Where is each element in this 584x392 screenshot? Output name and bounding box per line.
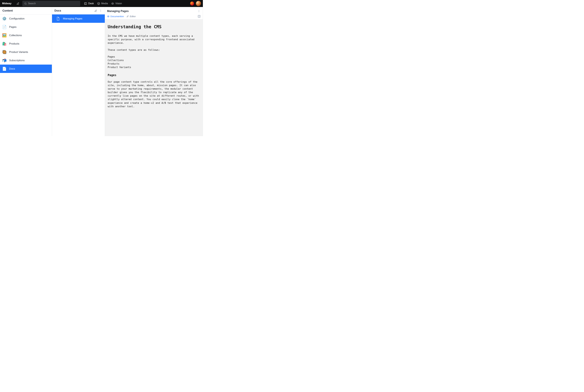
split-pane-icon[interactable] <box>198 15 201 18</box>
svg-point-0 <box>25 2 26 4</box>
content-header: Content <box>0 7 52 14</box>
sidebar-item-label: Pages <box>9 26 17 28</box>
eye-icon <box>107 15 110 18</box>
compose-icon[interactable] <box>15 1 21 6</box>
sidebar-item-configuration[interactable]: ⚙️ Configuration <box>0 14 52 23</box>
nav-desk[interactable]: Desk <box>84 2 94 5</box>
user-avatar[interactable] <box>196 1 201 6</box>
document-body: Understanding the CMS In the CMS we have… <box>105 20 203 136</box>
tab-documentation[interactable]: Documention <box>107 15 124 18</box>
list-item: Pages <box>108 55 200 58</box>
topnav: Desk Media Vision <box>84 2 122 5</box>
search-icon <box>24 2 27 5</box>
brand[interactable]: Midway <box>0 2 14 5</box>
doc-paragraph: These content types are as follows: <box>108 48 200 52</box>
page-icon: 📄 <box>2 25 7 29</box>
detail-title: Managing Pages <box>107 10 197 13</box>
compose-icon[interactable] <box>94 8 98 13</box>
page-icon: 📄 <box>2 67 7 71</box>
svg-point-4 <box>101 10 101 11</box>
sidebar-item-label: Docs <box>9 67 15 70</box>
cube-icon <box>97 2 100 5</box>
eye-icon <box>111 2 114 5</box>
docs-item-managing-pages[interactable]: Managing Pages <box>52 14 105 23</box>
svg-rect-1 <box>85 2 87 4</box>
sidebar-item-product-variants[interactable]: 🥘 Product Variants <box>0 48 52 56</box>
nav-media-label: Media <box>101 2 108 5</box>
nav-desk-label: Desk <box>88 2 94 5</box>
content-column: Content ⚙️ Configuration 📄 Pages 🖼️ Coll… <box>0 7 52 136</box>
detail-column: Managing Pages Documention <box>105 7 203 136</box>
list-item: Collections <box>108 58 200 62</box>
sidebar-item-subscriptions[interactable]: 📬 Subscriptions <box>0 56 52 64</box>
document-icon <box>56 17 60 21</box>
doc-paragraph: Our page content type controls all the c… <box>108 80 200 108</box>
content-title: Content <box>3 9 50 12</box>
presence-avatar[interactable] <box>190 2 194 6</box>
svg-point-7 <box>199 11 199 11</box>
sidebar-item-label: Collections <box>9 34 22 37</box>
svg-point-2 <box>112 3 113 4</box>
detail-header: Managing Pages Documention <box>105 7 203 20</box>
doc-paragraph: In the CMS we have multiple content type… <box>108 34 200 45</box>
sidebar-item-docs[interactable]: 📄 Docs <box>0 64 52 73</box>
sidebar-item-label: Products <box>9 42 19 45</box>
picture-icon: 🖼️ <box>2 33 7 38</box>
svg-point-3 <box>101 10 101 10</box>
nav-vision[interactable]: Vision <box>111 2 122 5</box>
gear-icon: ⚙️ <box>2 16 7 21</box>
kebab-menu-icon[interactable] <box>99 8 102 13</box>
pencil-icon <box>127 15 129 18</box>
tab-documentation-label: Documention <box>110 15 124 18</box>
sidebar-item-label: Subscriptions <box>9 59 25 62</box>
list-item: Product Variants <box>108 66 200 69</box>
shopping-bag-icon: 🛍️ <box>2 42 7 46</box>
nav-media[interactable]: Media <box>97 2 108 5</box>
sidebar-item-pages[interactable]: 📄 Pages <box>0 23 52 31</box>
topbar: Midway Desk Me <box>0 0 203 7</box>
docs-list: Managing Pages <box>52 14 105 23</box>
tab-editor[interactable]: Editor <box>127 15 136 18</box>
sidebar-item-label: Product Variants <box>9 50 28 54</box>
sidebar-item-label: Configuration <box>9 17 25 20</box>
search-box[interactable] <box>22 1 80 6</box>
svg-point-6 <box>199 10 199 10</box>
sidebar-item-collections[interactable]: 🖼️ Collections <box>0 31 52 40</box>
svg-point-5 <box>101 11 101 12</box>
docs-title: Docs <box>55 9 92 12</box>
kebab-menu-icon[interactable] <box>197 8 201 14</box>
mailbox-icon: 📬 <box>2 58 7 62</box>
pan-icon: 🥘 <box>2 50 7 54</box>
docs-item-label: Managing Pages <box>63 17 82 20</box>
svg-point-8 <box>199 12 199 12</box>
svg-point-9 <box>108 16 109 17</box>
doc-subheading: Pages <box>108 74 200 77</box>
sidebar-item-products[interactable]: 🛍️ Products <box>0 40 52 48</box>
content-list: ⚙️ Configuration 📄 Pages 🖼️ Collections … <box>0 14 52 73</box>
nav-vision-label: Vision <box>115 2 122 5</box>
tab-editor-label: Editor <box>130 15 136 18</box>
content-type-list: Pages Collections Products Product Varia… <box>108 55 200 69</box>
docs-column: Docs Managing Pages <box>52 7 105 136</box>
columns: Content ⚙️ Configuration 📄 Pages 🖼️ Coll… <box>0 7 203 136</box>
panel-icon <box>84 2 87 5</box>
list-item: Products <box>108 62 200 66</box>
doc-heading: Understanding the CMS <box>108 24 200 29</box>
docs-header: Docs <box>52 7 105 14</box>
search-input[interactable] <box>28 2 78 5</box>
